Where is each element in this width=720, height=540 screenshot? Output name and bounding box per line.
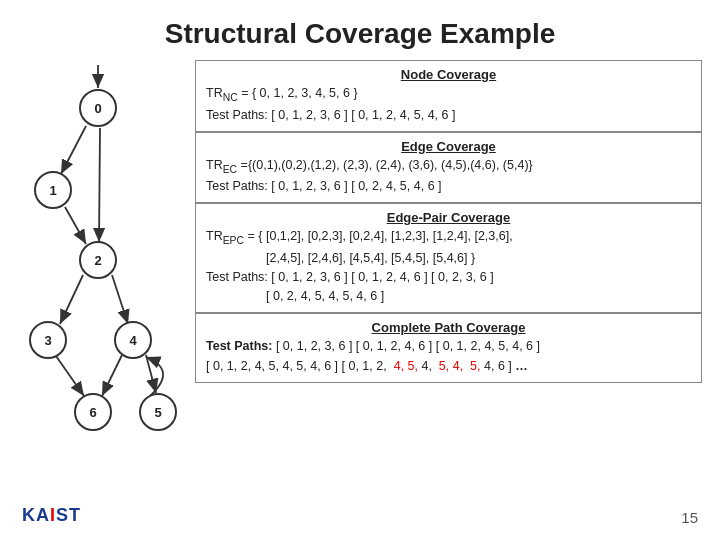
edge-pair-coverage-tr1: TREPC = { [0,1,2], [0,2,3], [0,2,4], [1,…	[206, 227, 691, 248]
node-3-label: 3	[44, 333, 51, 348]
edge-4-6	[102, 355, 122, 396]
complete-path-coverage-title: Complete Path Coverage	[206, 320, 691, 335]
node-6-label: 6	[89, 405, 96, 420]
node-1-label: 1	[49, 183, 56, 198]
edge-0-2	[99, 128, 100, 242]
edge-pair-coverage-paths2: [ 0, 2, 4, 5, 4, 5, 4, 6 ]	[206, 287, 691, 305]
edge-1-2	[65, 207, 86, 244]
complete-path-coverage-panel: Complete Path Coverage Test Paths: [ 0, …	[195, 313, 702, 382]
edge-coverage-tr: TREC ={(0,1),(0,2),(1,2), (2,3), (2,4), …	[206, 156, 691, 177]
edge-pair-coverage-panel: Edge-Pair Coverage TREPC = { [0,1,2], [0…	[195, 203, 702, 313]
node-coverage-title: Node Coverage	[206, 67, 691, 82]
node-2-label: 2	[94, 253, 101, 268]
node-0-label: 0	[94, 101, 101, 116]
edge-pair-coverage-paths1: Test Paths: [ 0, 1, 2, 3, 6 ] [ 0, 1, 2,…	[206, 268, 691, 286]
complete-path-coverage-paths1: Test Paths: [ 0, 1, 2, 3, 6 ] [ 0, 1, 2,…	[206, 337, 691, 355]
edge-2-4	[112, 275, 128, 324]
graph-svg: 0 1 2 3 4 5 6	[18, 60, 183, 450]
edge-3-6	[56, 356, 84, 396]
kaist-text: KAIST	[22, 505, 81, 526]
coverage-panels: Node Coverage TRNC = { 0, 1, 2, 3, 4, 5,…	[195, 60, 702, 450]
node-coverage-tr: TRNC = { 0, 1, 2, 3, 4, 5, 6 }	[206, 84, 691, 105]
edge-coverage-panel: Edge Coverage TREC ={(0,1),(0,2),(1,2), …	[195, 132, 702, 204]
edge-2-3	[60, 275, 83, 324]
node-4-label: 4	[129, 333, 137, 348]
kaist-logo: KAIST	[22, 505, 81, 526]
node-coverage-paths: Test Paths: [ 0, 1, 2, 3, 6 ] [ 0, 1, 2,…	[206, 106, 691, 124]
complete-path-coverage-paths2: [ 0, 1, 2, 4, 5, 4, 5, 4, 6 ] [ 0, 1, 2,…	[206, 357, 691, 375]
page-title: Structural Coverage Example	[0, 0, 720, 60]
node-5-label: 5	[154, 405, 161, 420]
edge-coverage-paths: Test Paths: [ 0, 1, 2, 3, 6 ] [ 0, 2, 4,…	[206, 177, 691, 195]
edge-pair-coverage-title: Edge-Pair Coverage	[206, 210, 691, 225]
page-number: 15	[681, 509, 698, 526]
edge-coverage-title: Edge Coverage	[206, 139, 691, 154]
edge-pair-coverage-tr2: [2,4,5], [2,4,6], [4,5,4], [5,4,5], [5,4…	[206, 249, 691, 267]
edge-0-1	[61, 126, 86, 174]
node-coverage-panel: Node Coverage TRNC = { 0, 1, 2, 3, 4, 5,…	[195, 60, 702, 132]
graph-area: 0 1 2 3 4 5 6	[18, 60, 183, 450]
